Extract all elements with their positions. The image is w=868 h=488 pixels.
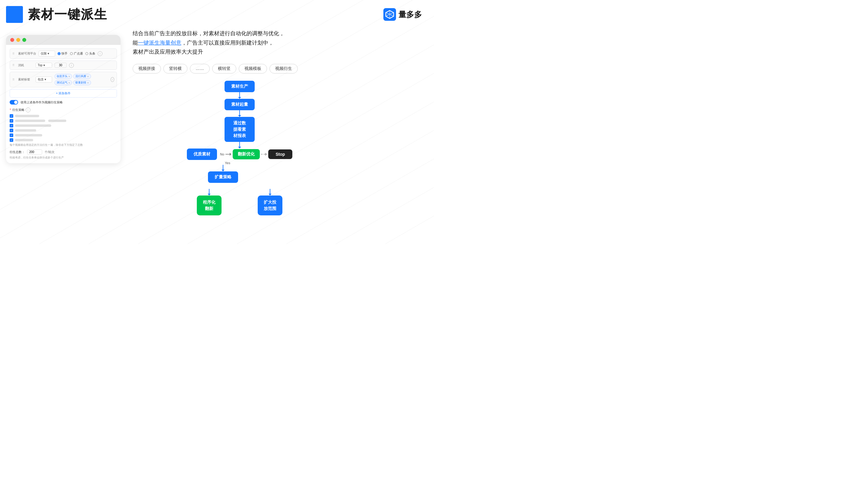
desc-line3: 素材产出及应用效率大大提升 — [133, 49, 203, 55]
generate-section: 衍生总数： 个/轮次 性能考虑，衍生任务将会拆分成多个进行生产 — [10, 150, 117, 160]
checkbox-4[interactable] — [10, 129, 13, 132]
arrow-1 — [238, 92, 241, 99]
dashed-arrowhead — [265, 153, 267, 156]
drag-handle-icon-3: ⠿ — [12, 78, 14, 82]
no-line — [225, 154, 230, 155]
no-branch: No 翻新优化 — [220, 149, 292, 159]
bottom-row: 程序化翻新 扩大投放范围 — [197, 189, 282, 216]
generate-input[interactable] — [27, 150, 42, 155]
desc-line2-suffix: ，广告主可以直接应用到新建计划中， — [181, 40, 274, 46]
node-data-report: 通过数据看素材报表 — [224, 117, 255, 142]
page-title: 素材一键派生 — [28, 6, 107, 23]
mac-content: ⠿ 素材可用平台 仅限 ▾ 快手 广点通 — [6, 45, 121, 163]
mac-titlebar — [6, 35, 121, 45]
generate-row: 衍生总数： 个/轮次 — [10, 150, 117, 155]
toggle-row: 使用上述条件作为视频衍生策略 — [10, 100, 117, 104]
checkbox-6[interactable] — [10, 138, 13, 142]
filter-label-cost: 消耗 — [18, 63, 33, 67]
strategy-bar-2 — [15, 120, 45, 122]
tag-label: 创意开头 — [57, 74, 67, 78]
toggle-label: 使用上述条件作为视频衍生策略 — [21, 100, 63, 104]
node-material-production: 素材生产 — [224, 81, 255, 92]
node-quality-material: 优质素材 — [187, 149, 217, 160]
filter-row-cost: ⠿ 消耗 Top ▾ 30 i — [10, 61, 117, 70]
feature-tag-row: 视频拼接 竖转横 …… 横转竖 视频模板 视频衍生 — [133, 64, 422, 73]
yes-label: Yes — [225, 161, 230, 165]
left-section: ⠿ 素材可用平台 仅限 ▾ 快手 广点通 — [6, 29, 121, 243]
tag-close-icon-4[interactable]: × — [87, 82, 89, 84]
logo-icon — [383, 8, 396, 21]
node-refresh-optimize: 翻新优化 — [233, 149, 260, 159]
tag-close-icon-3[interactable]: × — [68, 82, 70, 84]
radio-toutiao[interactable]: 头条 — [85, 52, 95, 56]
strategy-item-3 — [10, 124, 117, 127]
radio-guangdiantong[interactable]: 广点通 — [70, 52, 83, 56]
strategy-hint: 每个视频都会用选定的方法衍生一遍，除非在下方指定了总数 — [10, 143, 117, 147]
strategy-item-2 — [10, 119, 117, 123]
filter-label-platform: 素材可用平台 — [18, 52, 36, 56]
tag-select[interactable]: 包含 ▾ — [36, 76, 52, 83]
radio-group-platform: 快手 广点通 头条 — [58, 52, 95, 56]
expand-col: 扩大投放范围 — [258, 189, 282, 216]
no-arrow — [225, 153, 231, 156]
main-content: ⠿ 素材可用平台 仅限 ▾ 快手 广点通 — [0, 26, 434, 243]
tag-liuxingfengmi[interactable]: 流行风靡 × — [73, 74, 91, 79]
checkbox-1[interactable] — [10, 114, 13, 118]
strategy-item-4 — [10, 129, 117, 132]
filter-row-platform: ⠿ 素材可用平台 仅限 ▾ 快手 广点通 — [10, 48, 117, 59]
strategy-section: * 衍生策略 i — [10, 107, 117, 147]
tag-close-icon-2[interactable]: × — [87, 75, 89, 78]
strategy-bar-6 — [15, 139, 33, 141]
checkbox-3[interactable] — [10, 124, 13, 127]
flow-center: 素材生产 素材起量 通过数据看素材报表 — [187, 81, 292, 216]
dashed-line — [261, 154, 265, 155]
tag-close-icon[interactable]: × — [68, 75, 70, 78]
programmatic-col: 程序化翻新 — [197, 189, 221, 216]
tag-ceshiyunqi[interactable]: 测试运气 × — [55, 80, 72, 85]
cost-select[interactable]: Top ▾ — [36, 63, 52, 68]
checkbox-2[interactable] — [10, 119, 13, 123]
strategy-item-6 — [10, 138, 117, 142]
logo-area: 量多多 — [383, 8, 422, 21]
header: 素材一键派生 量多多 — [0, 0, 434, 26]
no-label: No — [220, 153, 224, 156]
radio-kuaishou[interactable]: 快手 — [58, 52, 67, 56]
node-wrapper-expand: 扩量策略 — [208, 171, 238, 183]
arrow-4 — [221, 165, 224, 171]
platform-select[interactable]: 仅限 ▾ — [38, 51, 55, 57]
arrow-2 — [238, 110, 241, 117]
checkbox-5[interactable] — [10, 133, 13, 137]
info-icon-platform: i — [98, 51, 102, 56]
radio-dot-toutiao — [85, 52, 88, 55]
no-arrowhead — [230, 153, 231, 156]
tag-chuangyikaitou[interactable]: 创意开头 × — [55, 74, 72, 79]
strategy-item-1 — [10, 114, 117, 118]
mac-close-btn[interactable] — [10, 38, 14, 42]
mac-window: ⠿ 素材可用平台 仅限 ▾ 快手 广点通 — [6, 35, 121, 163]
cost-input[interactable]: 30 — [55, 63, 67, 68]
filter-label-tag: 素材标签 — [18, 77, 33, 82]
filter-row-tag: ⠿ 素材标签 包含 ▾ 创意开头 × 流行风靡 × 测试运气 × 吸量剧情 × … — [10, 72, 117, 87]
feature-tag-2: …… — [190, 64, 210, 73]
strategy-item-5 — [10, 133, 117, 137]
node-expand-delivery: 扩大投放范围 — [258, 195, 282, 216]
radio-label-guangdiantong: 广点通 — [74, 52, 83, 56]
strategy-bar-2b — [48, 120, 66, 122]
mac-minimize-btn[interactable] — [16, 38, 20, 42]
arrow-5-right — [269, 189, 272, 195]
info-icon-tag: i — [111, 77, 114, 82]
arrow-3 — [238, 142, 241, 149]
mac-maximize-btn[interactable] — [22, 38, 26, 42]
node-stop: Stop — [268, 150, 292, 159]
feature-tag-4: 视频模板 — [239, 64, 267, 73]
radio-dot-kuaishou — [58, 52, 61, 55]
description: 结合当前广告主的投放目标，对素材进行自动化的调整与优化， 能一键派生海量创意，广… — [133, 29, 422, 57]
node-expand-strategy: 扩量策略 — [208, 171, 238, 183]
tag-xiliangjuqing[interactable]: 吸量剧情 × — [73, 80, 91, 85]
toggle-switch[interactable] — [10, 100, 18, 104]
radio-label-kuaishou: 快手 — [61, 52, 67, 56]
tag-label: 吸量剧情 — [75, 81, 86, 85]
desc-line1: 结合当前广告主的投放目标，对素材进行自动化的调整与优化， — [133, 30, 284, 36]
drag-handle-icon: ⠿ — [12, 52, 14, 56]
add-condition-button[interactable]: + 添加条件 — [10, 89, 117, 98]
